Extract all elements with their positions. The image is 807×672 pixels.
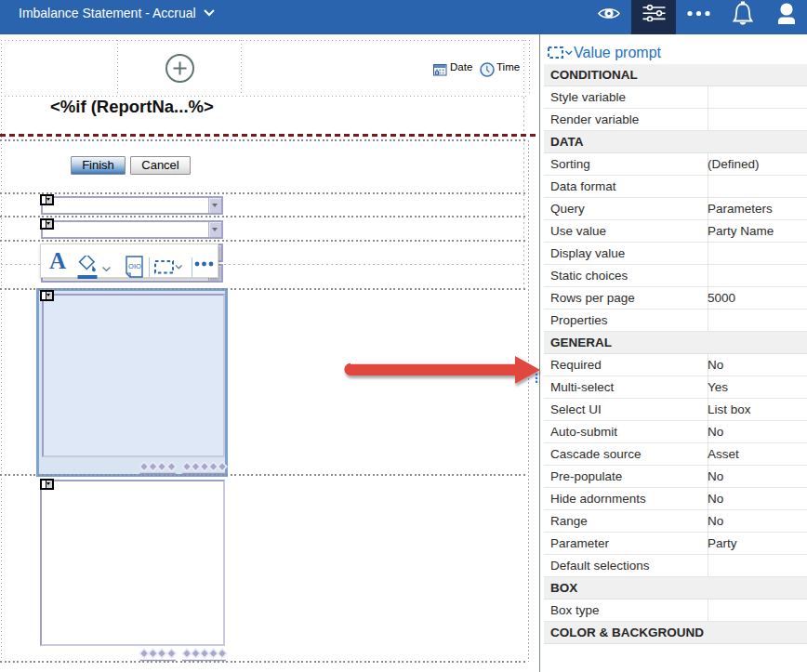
svg-text:OIO: OIO — [128, 262, 141, 270]
